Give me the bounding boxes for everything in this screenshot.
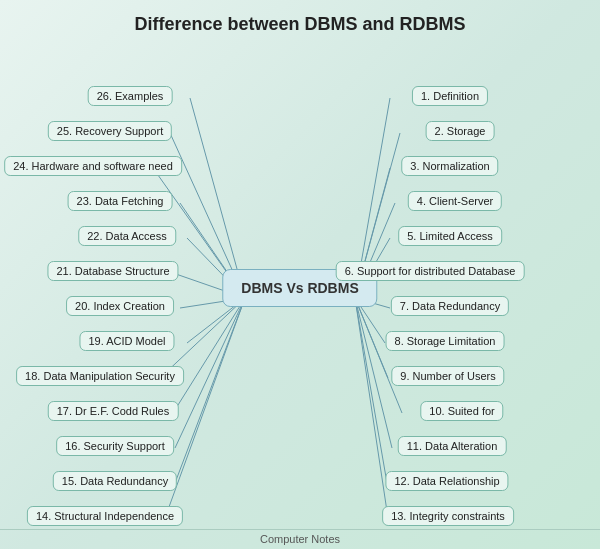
node-l4: 23. Data Fetching bbox=[68, 191, 173, 211]
node-l6: 21. Database Structure bbox=[47, 261, 178, 281]
node-l10: 17. Dr E.F. Codd Rules bbox=[48, 401, 179, 421]
node-l8: 19. ACID Model bbox=[79, 331, 174, 351]
svg-line-11 bbox=[175, 298, 245, 483]
node-r3: 3. Normalization bbox=[401, 156, 498, 176]
node-r8: 8. Storage Limitation bbox=[386, 331, 505, 351]
node-l1: 26. Examples bbox=[88, 86, 173, 106]
svg-line-24 bbox=[355, 298, 387, 483]
node-r6: 6. Support for distributed Database bbox=[336, 261, 525, 281]
node-l3: 24. Hardware and software need bbox=[4, 156, 182, 176]
node-l2: 25. Recovery Support bbox=[48, 121, 172, 141]
node-r9: 9. Number of Users bbox=[391, 366, 504, 386]
node-l11: 16. Security Support bbox=[56, 436, 174, 456]
node-r2: 2. Storage bbox=[426, 121, 495, 141]
node-l9: 18. Data Manipulation Security bbox=[16, 366, 184, 386]
page-title: Difference between DBMS and RDBMS bbox=[0, 0, 600, 43]
node-r12: 12. Data Relationship bbox=[385, 471, 508, 491]
node-l7: 20. Index Creation bbox=[66, 296, 174, 316]
node-l12: 15. Data Redundancy bbox=[53, 471, 177, 491]
node-l5: 22. Data Access bbox=[78, 226, 176, 246]
svg-line-10 bbox=[175, 298, 245, 448]
node-r7: 7. Data Redundancy bbox=[391, 296, 509, 316]
diagram-area: DBMS Vs RDBMS 26. Examples25. Recovery S… bbox=[0, 43, 600, 533]
node-r11: 11. Data Alteration bbox=[398, 436, 507, 456]
node-r1: 1. Definition bbox=[412, 86, 488, 106]
node-r5: 5. Limited Access bbox=[398, 226, 502, 246]
node-r10: 10. Suited for bbox=[420, 401, 503, 421]
svg-line-21 bbox=[355, 298, 388, 378]
footer: Computer Notes bbox=[0, 529, 600, 545]
svg-line-23 bbox=[355, 298, 392, 448]
svg-line-0 bbox=[190, 98, 245, 298]
svg-line-9 bbox=[173, 298, 245, 413]
node-l13: 14. Structural Independence bbox=[27, 506, 183, 526]
svg-line-25 bbox=[355, 298, 388, 518]
node-r13: 13. Integrity constraints bbox=[382, 506, 514, 526]
node-r4: 4. Client-Server bbox=[408, 191, 502, 211]
